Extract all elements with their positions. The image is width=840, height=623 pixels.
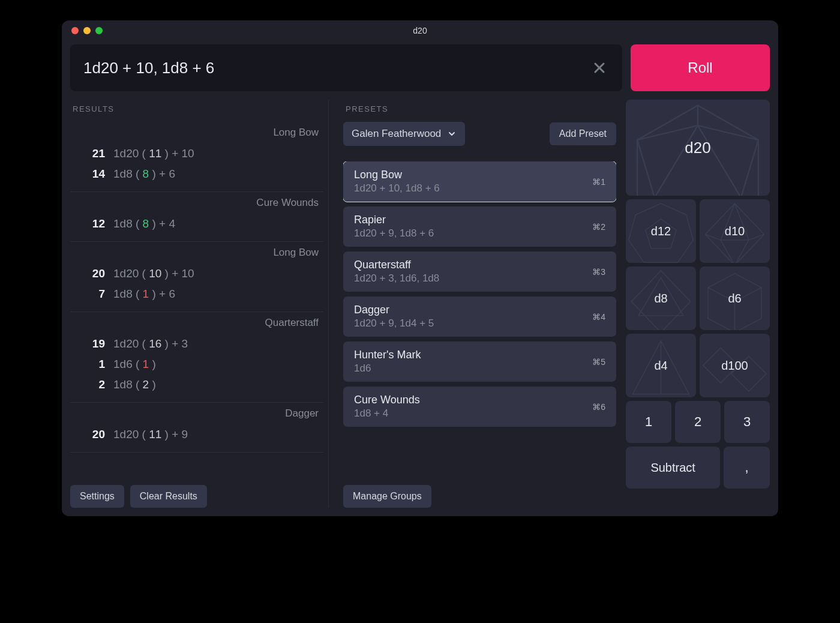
roll-button[interactable]: Roll: [631, 44, 770, 91]
preset-name: Quarterstaff: [354, 259, 439, 271]
result-total: 20: [75, 267, 105, 280]
result-total: 19: [75, 337, 105, 351]
preset-name: Hunter's Mark: [354, 349, 421, 361]
dice-pad: d20 d12 d10: [622, 100, 770, 508]
clear-results-button[interactable]: Clear Results: [130, 485, 207, 508]
die-d8-button[interactable]: d8: [626, 266, 696, 330]
presets-column: PRESETS Galen Featherwood Add Preset Lon…: [328, 100, 622, 508]
formula-field-wrap: [70, 44, 622, 91]
preset-text: Dagger1d20 + 9, 1d4 + 5: [354, 304, 434, 330]
close-window-button[interactable]: [71, 27, 79, 34]
result-line: 11d6 ( 1 ): [70, 354, 323, 375]
result-group: Quarterstaff191d20 ( 16 ) + 311d6 ( 1 )2…: [70, 312, 323, 403]
subtract-button[interactable]: Subtract: [626, 447, 720, 489]
result-line: 211d20 ( 11 ) + 10: [70, 143, 323, 164]
roll-value: 11: [149, 428, 161, 441]
preset-item[interactable]: Cure Wounds1d8 + 4⌘6: [343, 387, 616, 427]
result-total: 1: [75, 358, 105, 371]
roll-value: 1: [143, 287, 149, 300]
result-total: 2: [75, 378, 105, 391]
result-total: 7: [75, 287, 105, 301]
preset-item[interactable]: Quarterstaff1d20 + 3, 1d6, 1d8⌘3: [343, 251, 616, 292]
result-line: 191d20 ( 16 ) + 3: [70, 334, 323, 354]
window-title: d20: [62, 26, 778, 35]
zoom-window-button[interactable]: [95, 27, 103, 34]
presets-footer: Manage Groups: [343, 477, 616, 508]
preset-formula: 1d8 + 4: [354, 408, 420, 420]
settings-button[interactable]: Settings: [70, 485, 124, 508]
result-total: 12: [75, 217, 105, 230]
die-d6-button[interactable]: d6: [700, 266, 770, 330]
preset-item[interactable]: Long Bow1d20 + 10, 1d8 + 6⌘1: [343, 161, 616, 202]
results-column: RESULTS Long Bow211d20 ( 11 ) + 10141d8 …: [70, 100, 328, 508]
die-label: d8: [654, 292, 667, 305]
result-group: Dagger201d20 ( 11 ) + 9: [70, 403, 323, 453]
die-d12-button[interactable]: d12: [626, 199, 696, 263]
result-detail: 1d20 ( 16 ) + 3: [113, 337, 188, 351]
preset-shortcut: ⌘3: [592, 267, 605, 277]
presets-label: PRESETS: [343, 100, 616, 122]
roll-value: 10: [149, 267, 161, 280]
result-line: 201d20 ( 11 ) + 9: [70, 424, 323, 445]
svg-marker-3: [655, 125, 741, 196]
die-d10-button[interactable]: d10: [700, 199, 770, 263]
preset-text: Cure Wounds1d8 + 4: [354, 394, 420, 420]
manage-groups-button[interactable]: Manage Groups: [343, 485, 431, 508]
titlebar: d20: [62, 20, 778, 41]
die-label: d4: [654, 359, 667, 373]
preset-item[interactable]: Rapier1d20 + 9, 1d8 + 6⌘2: [343, 206, 616, 247]
result-group-label: Quarterstaff: [70, 316, 323, 334]
keypad-2-button[interactable]: 2: [675, 401, 721, 443]
die-d20-button[interactable]: d20: [626, 100, 770, 196]
main-area: RESULTS Long Bow211d20 ( 11 ) + 10141d8 …: [62, 91, 778, 516]
top-bar: Roll: [62, 41, 778, 91]
preset-list: Long Bow1d20 + 10, 1d8 + 6⌘1Rapier1d20 +…: [343, 161, 616, 477]
close-icon: [592, 61, 607, 75]
preset-group-selected: Galen Featherwood: [352, 128, 441, 140]
preset-item[interactable]: Hunter's Mark1d6⌘5: [343, 342, 616, 382]
preset-name: Long Bow: [354, 169, 440, 181]
result-total: 14: [75, 167, 105, 181]
svg-line-10: [741, 140, 758, 196]
results-footer: Settings Clear Results: [70, 479, 328, 508]
result-line: 71d8 ( 1 ) + 6: [70, 284, 323, 304]
roll-value: 2: [143, 378, 149, 391]
preset-formula: 1d20 + 9, 1d4 + 5: [354, 318, 434, 330]
preset-formula: 1d20 + 10, 1d8 + 6: [354, 182, 440, 194]
results-scroll[interactable]: Long Bow211d20 ( 11 ) + 10141d8 ( 8 ) + …: [70, 122, 328, 479]
svg-line-21: [721, 240, 734, 263]
preset-name: Cure Wounds: [354, 394, 420, 406]
die-d100-button[interactable]: d100: [700, 334, 770, 397]
roll-value: 8: [143, 167, 149, 180]
preset-item[interactable]: Dagger1d20 + 9, 1d4 + 5⌘4: [343, 296, 616, 337]
die-label: d100: [721, 359, 748, 373]
preset-shortcut: ⌘4: [592, 312, 605, 322]
roll-value: 11: [149, 147, 161, 160]
result-detail: 1d8 ( 1 ) + 6: [113, 287, 175, 301]
minimize-window-button[interactable]: [83, 27, 91, 34]
keypad-1-button[interactable]: 1: [626, 401, 671, 443]
result-group-label: Cure Wounds: [70, 196, 323, 214]
die-label: d20: [685, 139, 710, 157]
result-detail: 1d8 ( 8 ) + 6: [113, 167, 175, 181]
preset-shortcut: ⌘2: [592, 222, 605, 232]
result-detail: 1d8 ( 2 ): [113, 378, 156, 391]
result-detail: 1d20 ( 10 ) + 10: [113, 267, 194, 280]
result-group-label: Long Bow: [70, 125, 323, 143]
result-group: Cure Wounds121d8 ( 8 ) + 4: [70, 192, 323, 242]
formula-input[interactable]: [83, 59, 590, 77]
result-detail: 1d20 ( 11 ) + 10: [113, 147, 194, 160]
result-line: 121d8 ( 8 ) + 4: [70, 214, 323, 234]
roll-value: 1: [143, 358, 149, 370]
preset-group-dropdown[interactable]: Galen Featherwood: [343, 122, 465, 146]
keypad-3-button[interactable]: 3: [724, 401, 770, 443]
add-preset-button[interactable]: Add Preset: [550, 122, 616, 145]
comma-button[interactable]: ,: [724, 447, 770, 489]
preset-name: Rapier: [354, 214, 434, 226]
clear-formula-button[interactable]: [590, 58, 609, 77]
preset-text: Rapier1d20 + 9, 1d8 + 6: [354, 214, 434, 239]
svg-line-9: [637, 140, 655, 196]
preset-text: Hunter's Mark1d6: [354, 349, 421, 375]
die-label: d6: [728, 292, 741, 305]
die-d4-button[interactable]: d4: [626, 334, 696, 397]
